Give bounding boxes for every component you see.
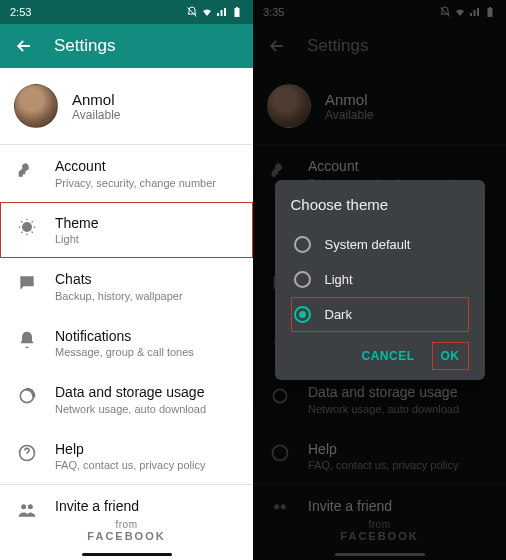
svg-point-4 [28,504,33,509]
statusbar: 2:53 [0,0,253,24]
theme-icon [17,217,37,237]
avatar [14,84,58,128]
item-title: Help [55,441,205,459]
ok-button[interactable]: OK [432,342,469,370]
settings-item-theme[interactable]: ThemeLight [0,202,253,259]
item-title: Theme [55,215,99,233]
dialog-actions: CANCEL OK [291,342,469,370]
battery-icon [231,6,243,18]
key-icon [17,160,37,180]
wifi-icon [201,6,213,18]
item-title: Invite a friend [55,498,139,516]
settings-item-help[interactable]: HelpFAQ, contact us, privacy policy [0,428,253,485]
item-sub: FAQ, contact us, privacy policy [55,459,205,471]
option-label: System default [325,237,411,252]
back-icon[interactable] [14,36,34,56]
settings-item-account[interactable]: AccountPrivacy, security, change number [0,145,253,202]
item-title: Account [55,158,216,176]
footer-brand: FACEBOOK [0,530,253,542]
notification-off-icon [186,6,198,18]
chat-icon [17,273,37,293]
dialog-title: Choose theme [291,196,469,213]
settings-item-notifications[interactable]: NotificationsMessage, group & call tones [0,315,253,372]
theme-option-light[interactable]: Light [291,262,469,297]
radio-icon [294,271,311,288]
radio-icon [294,236,311,253]
item-title: Chats [55,271,183,289]
item-sub: Privacy, security, change number [55,177,216,189]
item-title: Data and storage usage [55,384,206,402]
profile-row[interactable]: Anmol Available [0,68,253,144]
phone-dark-theme-dialog: 3:35 Settings Anmol Available AccountPri… [253,0,506,560]
footer: from FACEBOOK [0,519,253,542]
clock: 2:53 [10,6,31,18]
settings-item-data[interactable]: Data and storage usageNetwork usage, aut… [0,371,253,428]
svg-point-0 [22,222,32,232]
help-icon [17,443,37,463]
svg-point-3 [21,504,26,509]
status-icons [186,6,243,18]
settings-item-chats[interactable]: ChatsBackup, history, wallpaper [0,258,253,315]
option-label: Light [325,272,353,287]
item-sub: Message, group & call tones [55,346,194,358]
profile-status: Available [72,108,120,122]
theme-option-dark[interactable]: Dark [291,297,469,332]
nav-bar[interactable] [82,553,172,556]
theme-option-system-default[interactable]: System default [291,227,469,262]
radio-icon [294,306,311,323]
footer-from: from [0,519,253,530]
option-label: Dark [325,307,352,322]
people-icon [17,500,37,520]
dialog-scrim[interactable]: Choose theme System default Light Dark C… [253,0,506,560]
item-title: Notifications [55,328,194,346]
appbar: Settings [0,24,253,68]
cancel-button[interactable]: CANCEL [353,342,424,370]
item-sub: Backup, history, wallpaper [55,290,183,302]
signal-icon [216,6,228,18]
profile-name: Anmol [72,91,120,108]
bell-icon [17,330,37,350]
data-usage-icon [17,386,37,406]
item-sub: Network usage, auto download [55,403,206,415]
phone-light-settings: 2:53 Settings Anmol Available AccountPri… [0,0,253,560]
theme-dialog: Choose theme System default Light Dark C… [275,180,485,380]
appbar-title: Settings [54,36,115,56]
item-sub: Light [55,233,99,245]
